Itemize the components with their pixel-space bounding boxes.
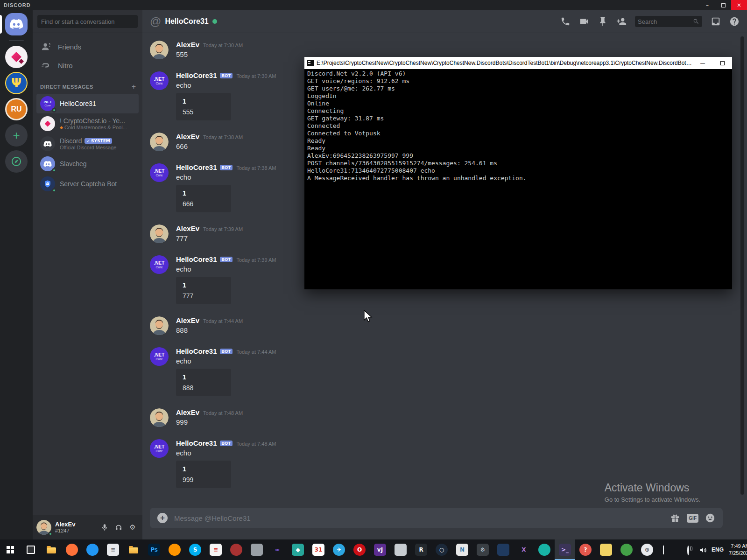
message-avatar[interactable] [150,224,169,243]
user-avatar[interactable] [36,520,51,535]
volume-tray-icon[interactable] [699,546,706,553]
message-avatar[interactable] [150,408,169,427]
message-avatar[interactable] [150,316,169,335]
video-call-icon[interactable] [579,16,589,27]
message-author[interactable]: HelloCore31 [176,347,217,355]
embed-field-name: 1 [183,189,225,197]
taskbar-app-icon[interactable] [596,539,616,560]
taskbar-app-icon[interactable] [21,539,41,560]
window-minimize-button[interactable]: – [699,0,715,10]
window-close-button[interactable]: × [731,0,747,10]
add-friends-to-dm-icon[interactable] [616,16,627,27]
taskbar-app-icon[interactable]: N [452,539,472,560]
upload-file-button[interactable]: + [157,513,168,523]
message-author[interactable]: AlexEv [176,41,199,49]
dm-item[interactable]: .NETCore HelloCore31 [36,94,139,113]
taskbar-app-icon[interactable] [247,539,267,560]
console-titlebar[interactable]: E:\Projects\CryptoChestNew\CryptoChestNe… [304,57,732,69]
message-avatar[interactable]: .NETCore [150,255,169,274]
pinned-messages-icon[interactable] [598,16,608,27]
server-icon-ru[interactable]: RU [5,98,28,120]
message-avatar[interactable]: .NETCore [150,347,169,366]
deafen-button[interactable] [113,521,125,533]
taskbar-app-icon[interactable]: ⊕ [637,539,657,560]
taskbar-app-icon[interactable]: X [514,539,534,560]
taskbar-app-icon[interactable] [616,539,637,560]
taskbar-app-icon[interactable] [123,539,144,560]
chat-scrollbar[interactable] [740,36,744,495]
message-author[interactable]: HelloCore31 [176,439,217,447]
taskbar-app-icon[interactable] [534,539,555,560]
message-avatar[interactable] [150,133,169,151]
taskbar-app-icon[interactable] [0,539,21,560]
security-tray-icon[interactable] [675,546,682,553]
friends-nav-item[interactable]: Friends [36,37,139,56]
console-minimize-button[interactable]: — [693,57,712,69]
taskbar-app-icon[interactable] [62,539,82,560]
taskbar-app-icon[interactable]: ≡ [205,539,226,560]
taskbar-app-icon[interactable]: >_ [555,539,575,560]
taskbar-app-icon[interactable] [41,539,62,560]
message: .NETCore HelloCore31 BOT Today at 7:44 A… [150,347,736,396]
dm-item[interactable]: Slavcheg [36,154,139,174]
message-avatar[interactable]: .NETCore [150,439,169,458]
taskbar-app-icon[interactable]: O [349,539,370,560]
server-icon-ukraine[interactable]: Ψ [5,72,28,94]
taskbar-app-icon[interactable] [164,539,185,560]
add-server-button[interactable]: + [5,124,28,147]
user-settings-button[interactable]: ⚙ [127,521,139,533]
explore-servers-button[interactable] [5,150,28,173]
mute-microphone-button[interactable] [99,521,111,533]
inbox-icon[interactable] [711,16,721,27]
taskbar-app-icon[interactable] [390,539,411,560]
gift-button[interactable] [670,513,680,523]
message-author[interactable]: HelloCore31 [176,163,217,171]
message-author[interactable]: AlexEv [176,224,199,232]
message-input[interactable] [174,514,663,522]
taskbar-app-icon[interactable]: ≡ [103,539,123,560]
server-icon-cryptochest[interactable] [5,46,28,68]
network-tray-icon[interactable] [687,546,694,553]
taskbar-app-icon[interactable]: ◆ [288,539,308,560]
message-author[interactable]: HelloCore31 [176,71,217,79]
console-maximize-button[interactable] [712,57,732,69]
language-indicator[interactable]: ENG [712,546,724,553]
emoji-picker-button[interactable] [705,513,715,523]
taskbar-app-icon[interactable]: ○ [431,539,452,560]
dm-item[interactable]: Server Captcha Bot [36,174,139,194]
message-text: echo [176,173,276,181]
gif-picker-button[interactable]: GIF [687,514,698,523]
taskbar-app-icon[interactable] [82,539,103,560]
nitro-nav-item[interactable]: Nitro [36,56,139,75]
taskbar-clock[interactable]: 7:49 AM 7/25/2020 [729,543,747,557]
help-icon[interactable] [729,16,740,27]
taskbar-app-icon[interactable]: R [411,539,431,560]
taskbar-app-icon[interactable]: ∞ [267,539,288,560]
taskbar-app-icon[interactable]: ⚙ [472,539,493,560]
taskbar-app-icon[interactable]: 31 [308,539,329,560]
app-titlebar[interactable]: DISCORD – × [0,0,747,10]
dm-item[interactable]: ! CryptoChest.io - Ye... ◆ Cold Masterno… [36,114,139,133]
message-author[interactable]: AlexEv [176,133,199,140]
dm-item[interactable]: Discord ✓SYSTEM Official Discord Message [36,134,139,154]
taskbar-app-icon[interactable]: S [185,539,205,560]
message-avatar[interactable]: .NETCore [150,163,169,182]
conversation-search-input[interactable] [37,15,138,28]
window-maximize-button[interactable] [715,0,731,10]
message-avatar[interactable] [150,41,169,59]
chat-search-input[interactable] [638,18,693,25]
message-author[interactable]: HelloCore31 [176,255,217,263]
message-avatar[interactable]: .NETCore [150,71,169,90]
taskbar-app-icon[interactable]: Ps [144,539,164,560]
taskbar-app-icon[interactable] [226,539,247,560]
create-dm-button[interactable]: + [132,83,136,91]
hidden-icons-chevron[interactable] [663,546,670,553]
message-author[interactable]: AlexEv [176,408,199,416]
discord-home-button[interactable] [5,13,28,35]
taskbar-app-icon[interactable]: vJ [370,539,390,560]
taskbar-app-icon[interactable]: ✈ [329,539,349,560]
message-author[interactable]: AlexEv [176,316,199,324]
voice-call-icon[interactable] [560,16,571,27]
taskbar-app-icon[interactable]: ? [575,539,596,560]
taskbar-app-icon[interactable] [493,539,514,560]
